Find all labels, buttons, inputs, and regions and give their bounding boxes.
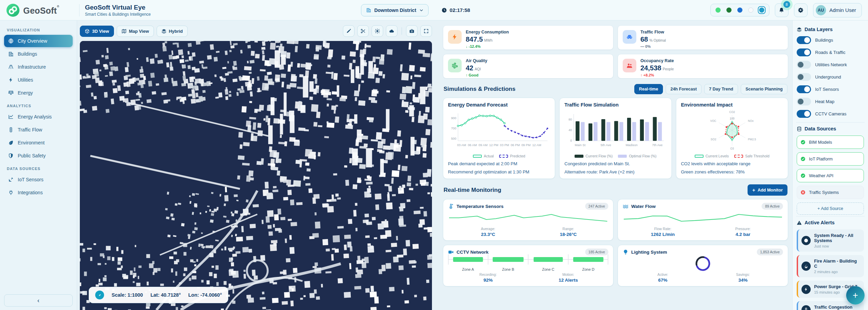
collapse-sidebar-button[interactable]: ‹: [4, 294, 73, 307]
kpi-unit: AQI: [475, 67, 481, 71]
sidebar-item[interactable]: Infrastructure: [4, 61, 73, 73]
layer-label: Utilities Network: [815, 62, 847, 67]
theme-dot[interactable]: [747, 6, 755, 14]
shield-icon: [8, 153, 14, 158]
map-tool-button[interactable]: [343, 25, 355, 37]
map-tool-button[interactable]: [372, 25, 383, 37]
data-source-item[interactable]: Weather API: [797, 169, 864, 182]
sidebar-section-label: ANALYTICS: [7, 104, 70, 108]
layer-toggle[interactable]: [797, 36, 811, 44]
data-source-item[interactable]: Traffic Systems: [797, 186, 864, 199]
monitor-grid: Temperature Sensors 247 Active Average: …: [443, 199, 788, 286]
cctv-icon: [448, 249, 454, 255]
sidebar-item[interactable]: Traffic Flow: [4, 124, 73, 136]
sidebar-item-label: City Overview: [18, 38, 47, 44]
chart-note: Congestion predicted on Main St.: [564, 161, 666, 166]
data-source-item[interactable]: BIM Models: [797, 136, 864, 149]
map-view-button[interactable]: 3D View: [80, 26, 114, 37]
map-toolbar: 3D View Map View Hybrid: [80, 25, 432, 37]
sidebar-item[interactable]: Environment: [4, 137, 73, 149]
map-capture-button[interactable]: [420, 25, 432, 37]
monitor-stat-label: Average:: [448, 227, 528, 231]
layer-toggle[interactable]: [797, 98, 811, 105]
svg-text:900: 900: [451, 116, 457, 120]
monitoring-header: Real-time Monitoring + Add Monitor: [444, 184, 787, 196]
notifications-button[interactable]: 8: [775, 3, 789, 17]
kpi-delta-value: Good: [469, 73, 479, 77]
chevron-left-icon: ‹: [35, 297, 42, 304]
map-view-label: 3D View: [92, 29, 109, 34]
theme-dot-swatch: [759, 8, 764, 13]
sidebar-item[interactable]: IoT Sensors: [4, 173, 73, 186]
plug-icon: [8, 190, 14, 195]
simulation-tab[interactable]: Scenario Planning: [741, 84, 787, 94]
sidebar-item[interactable]: Integrations: [4, 186, 73, 199]
simulation-tab[interactable]: 24h Forecast: [666, 84, 701, 94]
theme-dot[interactable]: [714, 6, 722, 14]
monitor-chart: [448, 211, 608, 225]
quick-add-button[interactable]: +: [846, 286, 865, 305]
alert-title: System Ready - All Systems: [814, 233, 860, 243]
map-tool-button[interactable]: [386, 25, 397, 37]
map-tool-button[interactable]: [357, 25, 369, 37]
theme-dot[interactable]: [725, 6, 733, 14]
layer-toggle[interactable]: [797, 85, 811, 93]
theme-dot[interactable]: [758, 6, 766, 14]
building-icon: [8, 51, 14, 57]
time-label: 02:17:58: [450, 7, 470, 13]
legend-swatch: [575, 155, 583, 158]
map-view-button[interactable]: Map View: [117, 26, 154, 37]
sidebar-item[interactable]: Energy Analysis: [4, 111, 73, 123]
monitor-stat: Active: 67%: [623, 272, 703, 283]
map-capture-button[interactable]: [406, 25, 418, 37]
map-3d-view[interactable]: Scale: 1:1000 Lat: 40.7128° Lon: -74.006…: [80, 41, 432, 310]
user-menu[interactable]: AU Admin User: [813, 3, 862, 17]
monitor-stat-value: 12 Alerts: [528, 278, 608, 283]
layers-icon: [161, 29, 167, 34]
traffic-light-icon: [8, 127, 14, 132]
chart-title: Traffic Flow Simulation: [564, 102, 666, 108]
data-source-item[interactable]: IoT Platform: [797, 152, 864, 166]
simulation-tab[interactable]: 7 Day Trend: [704, 84, 738, 94]
sidebar-item[interactable]: Energy: [4, 87, 73, 99]
monitor-stat-value: 1262 L/min: [623, 232, 703, 237]
theme-dot[interactable]: [736, 6, 744, 14]
layer-toggle[interactable]: [797, 110, 811, 118]
kpi-value: 847.5: [466, 36, 483, 43]
data-source-label: IoT Platform: [809, 156, 833, 161]
add-monitor-button[interactable]: + Add Monitor: [748, 184, 787, 196]
clock-icon: [442, 8, 447, 13]
kpi-delta: — 0%: [640, 44, 666, 48]
layer-toggle[interactable]: [797, 48, 811, 56]
map-lat: Lat: 40.7128°: [150, 292, 181, 298]
sidebar-item-label: Infrastructure: [18, 64, 46, 70]
district-selector[interactable]: Downtown District: [361, 4, 429, 16]
alert-item[interactable]: System Ready - All Systems Just now: [797, 229, 864, 252]
left-sidebar: VISUALIZATION City Overview Buildings: [0, 20, 77, 310]
alert-item[interactable]: Fire Alarm - Building C 2 minutes ago: [797, 255, 864, 277]
sidebar-item[interactable]: Buildings: [4, 48, 73, 60]
svg-text:Zone C: Zone C: [542, 267, 554, 271]
simulation-tab[interactable]: Real-time: [634, 84, 663, 94]
monitor-stat-label: Range:: [528, 227, 608, 231]
layer-toggle[interactable]: [797, 61, 811, 69]
map-view-label: Map View: [129, 29, 149, 34]
layer-toggle[interactable]: [797, 73, 811, 81]
legend-item: Current Flow (%): [575, 154, 612, 158]
sidebar-section: ANALYTICS Energy Analysis Traffic Flow: [4, 104, 73, 162]
sidebar-item[interactable]: Public Safety: [4, 150, 73, 162]
monitor-stat-value: 18-26°C: [528, 232, 608, 237]
add-source-button[interactable]: + Add Source: [797, 202, 864, 215]
toolbar-divider: [402, 27, 402, 35]
map-scale-info: Scale: 1:1000 Lat: 40.7128° Lon: -74.006…: [89, 287, 228, 303]
kpi-delta-arrow: ↑: [466, 73, 468, 77]
map-view-button[interactable]: Hybrid: [157, 26, 188, 37]
car-icon: [626, 33, 633, 40]
warning-icon: [797, 220, 802, 225]
sidebar-item-label: IoT Sensors: [18, 177, 43, 182]
page-title: GeoSoft Virtual Eye: [85, 4, 151, 11]
layer-label: CCTV Cameras: [815, 111, 847, 116]
settings-button[interactable]: [794, 3, 808, 17]
sidebar-item[interactable]: Utilities: [4, 74, 73, 86]
sidebar-item[interactable]: City Overview: [4, 35, 73, 47]
